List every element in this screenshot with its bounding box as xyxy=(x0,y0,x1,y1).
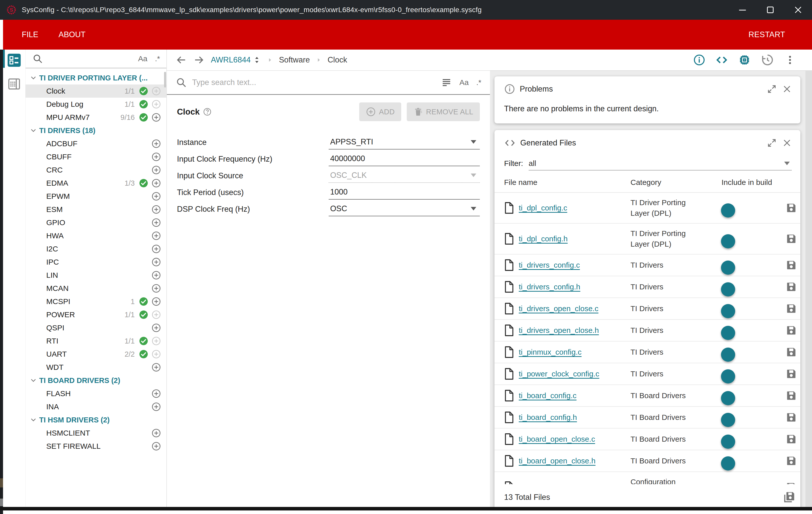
tree-item-gpio[interactable]: GPIO xyxy=(26,216,167,229)
add-module-button[interactable] xyxy=(151,218,161,227)
close-panel-icon[interactable] xyxy=(782,138,792,148)
file-link[interactable]: ti_dpl_config.h xyxy=(519,235,568,243)
add-module-button[interactable] xyxy=(151,323,161,333)
save-file-button[interactable] xyxy=(786,325,797,336)
tree-item-crc[interactable]: CRC xyxy=(26,163,167,177)
save-file-button[interactable] xyxy=(786,368,797,379)
tree-item-i2c[interactable]: I2C xyxy=(26,242,167,255)
close-panel-icon[interactable] xyxy=(782,84,792,94)
save-file-button[interactable] xyxy=(786,202,797,214)
tree-item-edma[interactable]: EDMA1/3 xyxy=(26,177,167,190)
tree-item-rti[interactable]: RTI1/1 xyxy=(26,334,167,348)
add-module-button[interactable] xyxy=(151,297,161,306)
match-case-toggle[interactable]: Aa xyxy=(459,78,469,87)
add-module-button[interactable] xyxy=(151,231,161,241)
tree-item-hsmclient[interactable]: HSMCLIENT xyxy=(26,427,167,440)
tree-item-epwm[interactable]: EPWM xyxy=(26,190,167,203)
menu-about[interactable]: ABOUT xyxy=(48,20,95,50)
tree-item-esm[interactable]: ESM xyxy=(26,203,167,216)
file-link[interactable]: ti_drivers_open_close.h xyxy=(519,326,599,335)
expand-panel-icon[interactable] xyxy=(766,138,777,148)
code-view-icon[interactable] xyxy=(716,54,728,66)
tree-item-uart[interactable]: UART2/2 xyxy=(26,348,167,361)
modules-search-input[interactable] xyxy=(47,54,130,63)
add-module-button[interactable] xyxy=(151,191,161,201)
history-icon[interactable] xyxy=(761,53,774,66)
hardware-view-button[interactable] xyxy=(3,75,25,93)
maximize-button[interactable] xyxy=(756,0,784,20)
filter-select[interactable]: all xyxy=(529,157,792,170)
file-link[interactable]: ti_drivers_config.h xyxy=(519,282,580,291)
add-module-button[interactable] xyxy=(151,178,161,188)
file-link[interactable]: ti_board_config.h xyxy=(519,413,577,422)
field-input-clock-frequency-hz-[interactable]: 40000000 xyxy=(329,152,480,166)
tree-item-lin[interactable]: LIN xyxy=(26,269,167,282)
tree-item-set-firewall[interactable]: SET FIREWALL xyxy=(26,440,167,453)
save-file-button[interactable] xyxy=(786,434,797,445)
add-module-button[interactable] xyxy=(151,257,161,267)
save-file-button[interactable] xyxy=(786,281,797,292)
file-link[interactable]: ti_pinmux_config.c xyxy=(519,348,581,356)
kebab-menu-icon[interactable] xyxy=(784,54,796,66)
tree-item-ina[interactable]: INA xyxy=(26,400,167,413)
file-link[interactable]: ti_dpl_config.c xyxy=(519,204,567,212)
add-module-button[interactable] xyxy=(151,389,161,398)
tree-item-wdt[interactable]: WDT xyxy=(26,361,167,374)
tree-group-ti-hsm-drivers-2-[interactable]: TI HSM DRIVERS (2) xyxy=(26,413,167,427)
tree-group-ti-board-drivers-2-[interactable]: TI BOARD DRIVERS (2) xyxy=(26,374,167,387)
back-arrow-icon[interactable] xyxy=(175,54,187,66)
tree-group-ti-drivers-18-[interactable]: TI DRIVERS (18) xyxy=(26,124,167,137)
save-file-button[interactable] xyxy=(786,303,797,314)
add-module-button[interactable] xyxy=(151,283,161,293)
regex-toggle[interactable]: .* xyxy=(155,54,160,63)
info-icon[interactable] xyxy=(693,54,705,66)
field-dsp-clock-freq-hz-[interactable]: OSC xyxy=(329,201,480,216)
add-module-button[interactable] xyxy=(151,113,161,122)
save-all-icon[interactable] xyxy=(783,491,796,504)
file-link[interactable]: ti_power_clock_config.c xyxy=(519,370,600,378)
field-instance[interactable]: APPSS_RTI xyxy=(329,135,480,150)
save-file-button[interactable] xyxy=(786,412,797,423)
minimize-button[interactable] xyxy=(729,0,756,20)
tree-item-mcspi[interactable]: MCSPI1 xyxy=(26,295,167,308)
add-module-button[interactable] xyxy=(151,165,161,175)
tree-item-mcan[interactable]: MCAN xyxy=(26,282,167,295)
panel-scroll-gutter[interactable] xyxy=(806,71,812,511)
add-module-button[interactable] xyxy=(151,205,161,214)
tree-item-hwa[interactable]: HWA xyxy=(26,229,167,242)
save-file-button[interactable] xyxy=(786,482,797,484)
file-link[interactable]: ti_board_config.c xyxy=(519,391,577,400)
save-file-button[interactable] xyxy=(786,233,797,244)
config-search-input[interactable] xyxy=(192,78,434,87)
add-module-button[interactable] xyxy=(151,244,161,254)
file-link[interactable]: ti_board_open_close.c xyxy=(519,435,595,443)
save-file-button[interactable] xyxy=(786,347,797,358)
menu-file[interactable]: FILE xyxy=(11,20,48,50)
add-module-button[interactable] xyxy=(151,139,161,148)
tree-group-ti-driver-porting-layer-[interactable]: TI DRIVER PORTING LAYER (... xyxy=(26,71,167,84)
tree-scrollbar[interactable] xyxy=(164,72,166,87)
match-case-toggle[interactable]: Aa xyxy=(138,54,147,63)
software-view-button[interactable] xyxy=(3,50,25,69)
add-module-button[interactable] xyxy=(151,362,161,372)
file-link[interactable]: ti_drivers_open_close.c xyxy=(519,304,599,313)
help-icon[interactable] xyxy=(203,107,212,116)
add-module-button[interactable] xyxy=(151,441,161,451)
tree-item-adcbuf[interactable]: ADCBUF xyxy=(26,137,167,150)
device-chip-icon[interactable] xyxy=(738,54,751,66)
tree-item-clock[interactable]: Clock1/1 xyxy=(26,84,167,98)
save-file-button[interactable] xyxy=(786,390,797,401)
add-module-button[interactable] xyxy=(151,270,161,280)
tree-item-debug-log[interactable]: Debug Log1/1 xyxy=(26,98,167,111)
field-tick-period-usecs-[interactable]: 1000 xyxy=(329,185,480,199)
tree-item-qspi[interactable]: QSPI xyxy=(26,321,167,334)
expand-panel-icon[interactable] xyxy=(766,84,777,94)
breadcrumb-device[interactable]: AWRL6844 xyxy=(211,55,261,64)
file-link[interactable]: ti_drivers_config.c xyxy=(519,261,580,269)
save-file-button[interactable] xyxy=(786,455,797,466)
forward-arrow-icon[interactable] xyxy=(193,54,205,66)
file-link[interactable]: ti_board_open_close.h xyxy=(519,457,596,465)
restart-button[interactable]: RESTART xyxy=(738,20,795,50)
regex-toggle[interactable]: .* xyxy=(476,78,481,87)
close-window-button[interactable] xyxy=(784,0,812,20)
